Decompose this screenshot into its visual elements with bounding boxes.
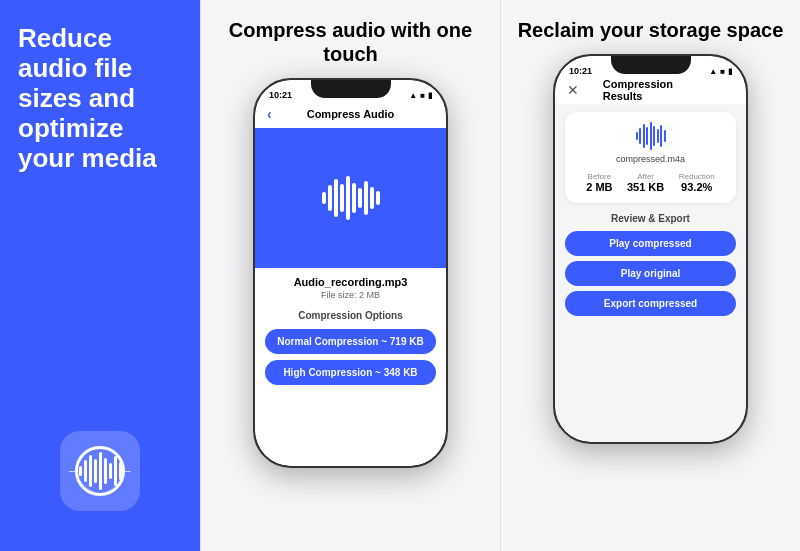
status-icons-3: ▲ ■ ▮: [709, 67, 732, 76]
phone-notch-2: [311, 80, 391, 98]
after-stat: After 351 KB: [627, 172, 664, 193]
high-compression-btn[interactable]: High Compression ~ 348 KB: [265, 360, 436, 385]
compressed-file-name: compressed.m4a: [616, 154, 685, 164]
phone-notch-3: [611, 56, 691, 74]
after-label: After: [637, 172, 654, 181]
play-compressed-btn[interactable]: Play compressed: [565, 231, 736, 256]
file-size-2: File size: 2 MB: [321, 290, 380, 300]
before-value: 2 MB: [586, 181, 612, 193]
phone2-white-section: Audio_recording.mp3 File size: 2 MB Comp…: [255, 268, 446, 466]
panel-3: Reclaim your storage space 10:21 ▲ ■ ▮ ✕…: [501, 0, 800, 551]
file-card-3: compressed.m4a Before 2 MB After 351 KB …: [565, 112, 736, 203]
arrow-left-icon: →: [66, 462, 82, 480]
signal-icon-3: ■: [720, 67, 725, 76]
file-name-2: Audio_recording.mp3: [294, 276, 408, 288]
status-time-3: 10:21: [569, 66, 592, 76]
reduction-label: Reduction: [679, 172, 715, 181]
reduction-stat: Reduction 93.2%: [679, 172, 715, 193]
reduction-value: 93.2%: [681, 181, 712, 193]
panel-1: Reduce audio file sizes and optimize you…: [0, 0, 200, 551]
nav-title-3: Compression Results: [603, 78, 699, 102]
phone-mockup-2: 10:21 ▲ ■ ▮ ‹ Compress Audio: [253, 78, 448, 468]
panel-1-title: Reduce audio file sizes and optimize you…: [18, 24, 182, 173]
phone2-blue-section: [255, 128, 446, 268]
status-time-2: 10:21: [269, 90, 292, 100]
play-original-btn[interactable]: Play original: [565, 261, 736, 286]
wifi-icon: ▲: [409, 91, 417, 100]
arrow-right-icon: ←: [118, 462, 134, 480]
before-label: Before: [588, 172, 612, 181]
status-icons-2: ▲ ■ ▮: [409, 91, 432, 100]
export-section-label: Review & Export: [565, 213, 736, 224]
nav-close-3[interactable]: ✕: [567, 82, 579, 98]
waveform-blue-icon: [636, 122, 666, 150]
waveform-large-icon: [322, 178, 380, 218]
phone-mockup-3: 10:21 ▲ ■ ▮ ✕ Compression Results: [553, 54, 748, 444]
after-value: 351 KB: [627, 181, 664, 193]
waveform-icon: [79, 451, 122, 491]
panel-2: Compress audio with one touch 10:21 ▲ ■ …: [201, 0, 500, 551]
wifi-icon-3: ▲: [709, 67, 717, 76]
audio-app-icon: → ←: [60, 431, 140, 511]
phone3-content: compressed.m4a Before 2 MB After 351 KB …: [555, 104, 746, 442]
phone-screen-2: 10:21 ▲ ■ ▮ ‹ Compress Audio: [255, 80, 446, 466]
battery-icon-3: ▮: [728, 67, 732, 76]
export-compressed-btn[interactable]: Export compressed: [565, 291, 736, 316]
nav-title-2: Compress Audio: [307, 108, 395, 120]
signal-icon: ■: [420, 91, 425, 100]
normal-compression-btn[interactable]: Normal Compression ~ 719 KB: [265, 329, 436, 354]
nav-bar-2: ‹ Compress Audio: [255, 102, 446, 128]
panel-2-title: Compress audio with one touch: [211, 18, 490, 66]
phone-screen-3: 10:21 ▲ ■ ▮ ✕ Compression Results: [555, 56, 746, 442]
nav-bar-3: ✕ Compression Results: [555, 78, 746, 104]
panel-3-title: Reclaim your storage space: [518, 18, 784, 42]
stats-row: Before 2 MB After 351 KB Reduction 93.2%: [579, 172, 722, 193]
nav-back-2[interactable]: ‹: [267, 106, 272, 122]
battery-icon: ▮: [428, 91, 432, 100]
before-stat: Before 2 MB: [586, 172, 612, 193]
compression-options-label: Compression Options: [265, 310, 436, 321]
